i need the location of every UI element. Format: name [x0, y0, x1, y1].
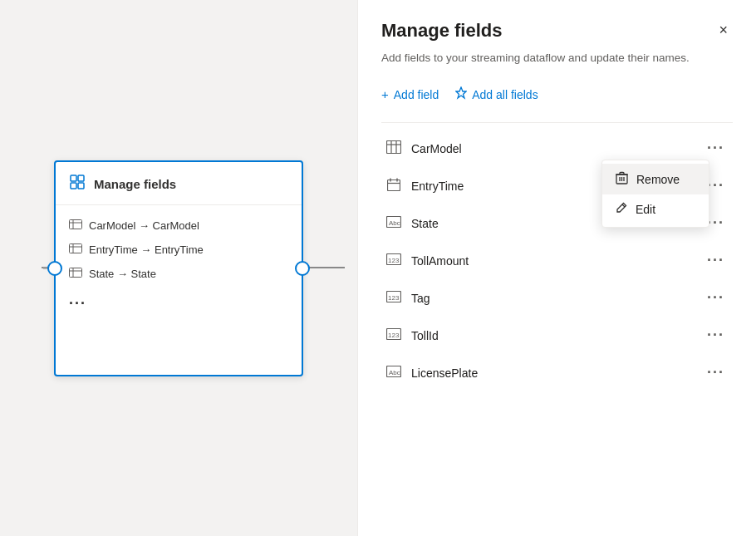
field-row-text-0: CarModel → CarModel	[89, 219, 199, 232]
node-title-icon	[69, 174, 86, 194]
field-type-icon-tollamount: 123	[385, 253, 403, 268]
field-item-left-0: CarModel	[385, 140, 462, 156]
field-more-button-3[interactable]: ···	[702, 250, 729, 271]
svg-rect-0	[71, 175, 76, 181]
add-all-fields-label: Add all fields	[472, 88, 538, 101]
field-row-icon-1	[69, 243, 82, 256]
svg-rect-4	[70, 219, 82, 229]
add-all-fields-icon	[455, 86, 467, 102]
svg-text:123: 123	[388, 332, 400, 339]
svg-rect-23	[388, 180, 400, 191]
left-connector	[47, 261, 62, 276]
field-name-tag: Tag	[411, 292, 430, 305]
field-row-text-2: State → State	[89, 268, 156, 280]
field-item-left-5: 123 TollId	[385, 328, 439, 342]
field-item-5: 123 TollId ···	[381, 317, 733, 354]
panel-description: Add fields to your streaming dataflow an…	[381, 50, 733, 66]
field-name-tollid: TollId	[411, 329, 439, 342]
field-item-wrapper-0: CarModel ···	[381, 130, 733, 167]
fields-list: CarModel ···	[381, 130, 733, 391]
node-title: Manage fields	[94, 177, 176, 191]
divider	[381, 122, 733, 123]
field-more-button-5[interactable]: ···	[702, 325, 729, 346]
context-menu-remove[interactable]: Remove	[602, 164, 709, 194]
panel-actions: + Add field Add all fields	[381, 83, 733, 106]
close-button[interactable]: ×	[714, 20, 733, 41]
field-type-icon-tag: 123	[385, 291, 403, 305]
field-item-left-2: Abc State	[385, 216, 439, 230]
node-field-row-1: EntryTime → EntryTime	[69, 238, 288, 262]
context-menu-edit-label: Edit	[636, 203, 655, 216]
field-type-icon-tollid: 123	[385, 328, 403, 342]
field-item-left-6: Abc LicensePlate	[385, 366, 478, 380]
canvas-area: Manage fields CarModel → CarModel	[0, 0, 357, 536]
field-item-left-3: 123 TollAmount	[385, 253, 469, 268]
field-item-left-1: EntryTime	[385, 178, 464, 194]
add-field-icon: +	[381, 87, 389, 101]
field-item-6: Abc LicensePlate ···	[381, 354, 733, 391]
right-connector	[295, 261, 310, 276]
context-menu: Remove Edit	[601, 160, 709, 228]
field-row-icon-2	[69, 268, 82, 280]
svg-text:123: 123	[388, 294, 400, 302]
svg-rect-1	[78, 175, 84, 181]
field-type-icon-licenseplate: Abc	[385, 366, 403, 380]
field-name-tollamount: TollAmount	[411, 254, 469, 268]
node-card: Manage fields CarModel → CarModel	[54, 160, 303, 376]
field-name-licenseplate: LicensePlate	[411, 366, 478, 380]
context-menu-remove-label: Remove	[636, 173, 680, 186]
field-name-carmodel: CarModel	[411, 142, 462, 155]
field-more-button-6[interactable]: ···	[702, 362, 729, 383]
add-all-fields-button[interactable]: Add all fields	[455, 83, 538, 106]
svg-text:123: 123	[388, 257, 400, 264]
svg-rect-7	[70, 243, 82, 253]
svg-rect-2	[71, 183, 76, 189]
field-type-icon-entrytime	[385, 178, 403, 194]
context-menu-edit[interactable]: Edit	[602, 194, 709, 224]
field-more-button-4[interactable]: ···	[702, 288, 729, 308]
node-field-row: CarModel → CarModel	[69, 214, 288, 238]
field-type-icon-state: Abc	[385, 216, 403, 230]
panel-header: Manage fields ×	[381, 20, 733, 42]
node-ellipsis: ...	[69, 286, 288, 313]
field-item-left-4: 123 Tag	[385, 291, 430, 305]
field-item-4: 123 Tag ···	[381, 279, 733, 317]
node-header: Manage fields	[56, 162, 302, 205]
svg-text:Abc: Abc	[389, 219, 400, 227]
svg-rect-3	[78, 183, 84, 189]
field-type-icon-carmodel	[385, 140, 403, 156]
field-name-state: State	[411, 217, 439, 230]
field-name-entrytime: EntryTime	[411, 179, 464, 193]
panel-title: Manage fields	[381, 20, 502, 42]
svg-rect-10	[70, 268, 82, 277]
add-field-button[interactable]: + Add field	[381, 83, 439, 106]
field-more-button-0[interactable]: ···	[702, 138, 729, 159]
field-item-3: 123 TollAmount ···	[381, 242, 733, 279]
field-row-icon-0	[69, 219, 82, 232]
trash-icon	[616, 171, 628, 187]
right-panel: Manage fields × Add fields to your strea…	[357, 0, 756, 536]
pencil-icon	[616, 202, 627, 216]
svg-text:Abc: Abc	[389, 369, 400, 376]
field-row-text-1: EntryTime → EntryTime	[89, 243, 204, 256]
node-field-row-2: State → State	[69, 262, 288, 286]
add-field-label: Add field	[394, 88, 439, 101]
node-body: CarModel → CarModel EntryTime → EntryTim…	[56, 205, 302, 327]
svg-rect-13	[387, 141, 401, 154]
